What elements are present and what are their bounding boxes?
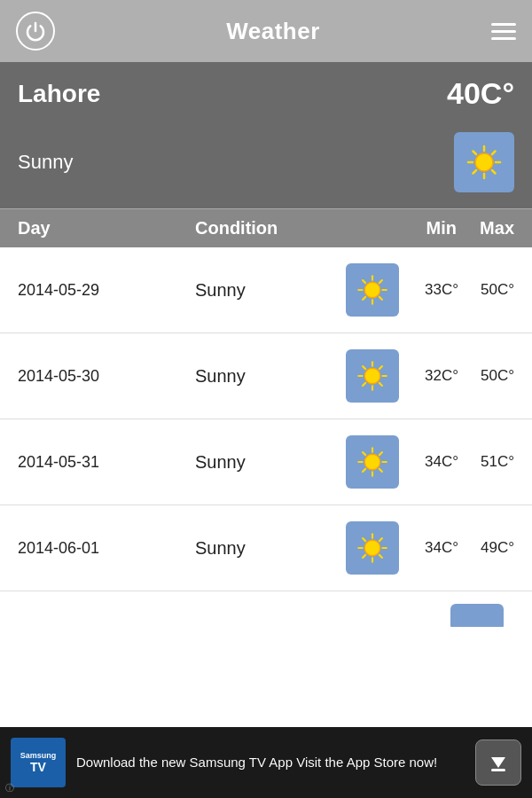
col-header-condition: Condition [195,218,399,239]
city-temperature: 40C° [447,76,514,111]
row-temperatures: 34C° 49C° [410,539,514,557]
row-max-temp: 50C° [466,367,514,385]
svg-rect-46 [491,769,505,771]
svg-line-33 [379,469,382,472]
svg-marker-45 [491,757,505,768]
row-min-temp: 34C° [410,539,458,557]
row-temperatures: 34C° 51C° [410,453,514,471]
svg-line-32 [363,452,365,455]
svg-line-14 [363,280,365,283]
row-weather-icon-partial [450,604,504,627]
menu-line [491,30,516,33]
svg-line-41 [363,538,365,541]
current-condition-row: Sunny [0,123,532,208]
svg-point-9 [364,282,380,298]
row-weather-icon [346,349,399,403]
row-weather-icon [346,521,399,575]
svg-line-8 [473,170,477,174]
ad-info-icon: ⓘ [5,782,14,794]
menu-button[interactable] [491,23,516,40]
row-max-temp: 49C° [466,539,514,557]
svg-point-27 [364,454,380,470]
row-date: 2014-05-29 [18,281,195,300]
table-row: 2014-06-01 Sunny 34C° 49C° [0,505,532,591]
svg-line-15 [379,297,382,300]
current-weather-icon [454,132,514,192]
svg-line-43 [379,538,382,541]
row-date: 2014-05-31 [18,453,195,472]
svg-point-0 [475,153,493,171]
table-header: Day Condition Min Max [0,208,532,247]
table-row: 2014-05-30 Sunny 32C° 50C° [0,333,532,419]
col-header-max: Max [457,218,514,239]
power-button[interactable] [16,12,55,51]
svg-point-18 [364,368,380,384]
row-weather-icon [346,435,399,489]
row-min-temp: 32C° [410,367,458,385]
city-name: Lahore [18,80,100,108]
row-date: 2014-06-01 [18,539,195,558]
row-condition: Sunny [195,538,346,559]
row-date: 2014-05-30 [18,367,195,386]
menu-line [491,23,516,26]
app-title: Weather [226,18,320,45]
row-condition: Sunny [195,280,346,301]
svg-line-17 [363,297,365,300]
table-row: 2014-05-31 Sunny 34C° 51C° [0,419,532,505]
svg-line-7 [492,152,496,155]
svg-line-44 [363,555,365,558]
ad-download-button[interactable] [475,739,521,786]
ad-logo: Samsung TV [11,738,66,787]
city-banner: Lahore 40C° [0,62,532,123]
row-condition: Sunny [195,452,346,473]
app-header: Weather [0,0,532,62]
row-min-temp: 34C° [410,453,458,471]
current-condition-label: Sunny [18,151,73,174]
weather-table: 2014-05-29 Sunny 33C° 50C° 2014-05-30 Su… [0,247,532,627]
table-row: 2014-05-29 Sunny 33C° 50C° [0,247,532,333]
row-min-temp: 33C° [410,281,458,299]
svg-line-6 [492,170,496,174]
svg-line-42 [379,555,382,558]
svg-line-26 [363,383,365,386]
col-header-min: Min [399,218,457,239]
svg-line-5 [473,152,477,155]
row-max-temp: 51C° [466,453,514,471]
menu-line [491,37,516,40]
row-max-temp: 50C° [466,281,514,299]
svg-line-34 [379,452,382,455]
table-row-partial [0,591,532,627]
svg-line-35 [363,469,365,472]
ad-logo-tv: TV [30,760,46,774]
col-header-day: Day [18,218,195,239]
ad-text: Download the new Samsung TV App Visit th… [76,754,475,771]
row-weather-icon [346,263,399,317]
ad-banner: Samsung TV Download the new Samsung TV A… [0,727,532,798]
row-condition: Sunny [195,366,346,387]
row-temperatures: 33C° 50C° [410,281,514,299]
svg-line-25 [379,366,382,369]
svg-line-16 [379,280,382,283]
ad-logo-samsung: Samsung [20,751,57,761]
svg-point-36 [364,540,380,556]
svg-line-24 [379,383,382,386]
row-temperatures: 32C° 50C° [410,367,514,385]
svg-line-23 [363,366,365,369]
